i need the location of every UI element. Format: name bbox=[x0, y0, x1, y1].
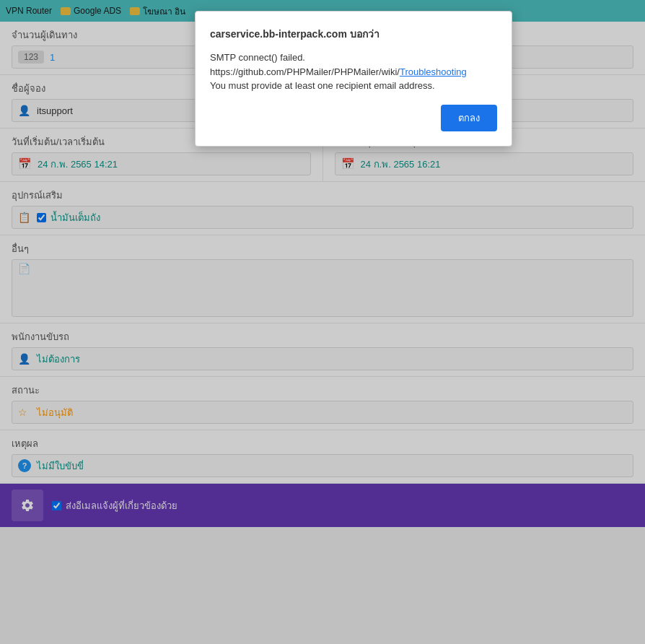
ok-button[interactable]: ตกลง bbox=[441, 105, 497, 131]
dialog-message-line2: You must provide at least one recipient … bbox=[210, 80, 435, 91]
dialog-footer: ตกลง bbox=[210, 105, 497, 131]
troubleshooting-link[interactable]: Troubleshooting bbox=[400, 66, 467, 77]
alert-dialog: carservice.bb-interpack.com บอกว่า SMTP … bbox=[195, 11, 512, 147]
dialog-title: carservice.bb-interpack.com บอกว่า bbox=[210, 26, 497, 42]
dialog-overlay: carservice.bb-interpack.com บอกว่า SMTP … bbox=[0, 0, 645, 644]
dialog-message-line1: SMTP connect() failed. https://github.co… bbox=[210, 52, 400, 77]
dialog-body: SMTP connect() failed. https://github.co… bbox=[210, 51, 497, 93]
